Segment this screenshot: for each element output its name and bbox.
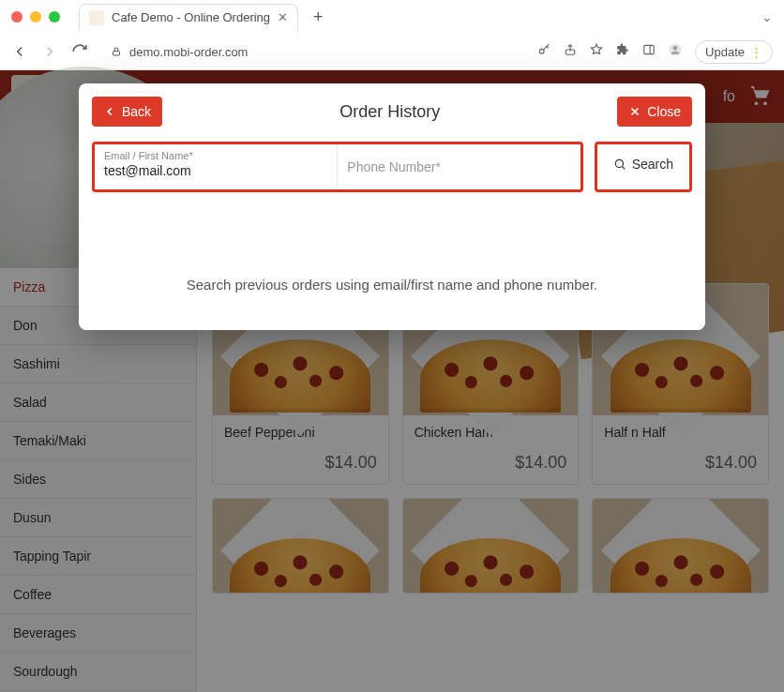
svg-rect-3: [644, 45, 655, 53]
tab-close-icon[interactable]: ✕: [278, 10, 288, 24]
browser-chrome: Cafe Demo - Online Ordering ✕ + ⌄ demo.m…: [0, 0, 784, 70]
forward-nav-icon[interactable]: [41, 43, 58, 60]
search-button[interactable]: Search: [600, 147, 686, 181]
update-button[interactable]: Update ⋮: [695, 40, 773, 64]
menu-dots-icon: ⋮: [750, 45, 762, 59]
window-minimize-dot[interactable]: [30, 11, 41, 23]
svg-point-22: [615, 159, 623, 167]
chevron-left-icon: [103, 105, 116, 118]
share-icon[interactable]: [564, 43, 577, 60]
back-button[interactable]: Back: [92, 97, 162, 127]
tabs-overflow-icon[interactable]: ⌄: [761, 9, 773, 24]
tab-title: Cafe Demo - Online Ordering: [112, 10, 270, 24]
window-zoom-dot[interactable]: [49, 11, 60, 23]
key-icon[interactable]: [537, 43, 550, 60]
new-tab-button[interactable]: +: [313, 8, 324, 27]
search-icon: [613, 158, 626, 171]
email-field-wrap: Email / First Name*: [95, 144, 337, 189]
address-bar[interactable]: demo.mobi-order.com: [101, 42, 524, 62]
search-button-wrap: Search: [595, 142, 692, 192]
modal-title: Order History: [339, 102, 440, 122]
profile-avatar-icon[interactable]: [669, 43, 682, 60]
lock-icon: [111, 46, 122, 57]
phone-field-wrap: [337, 144, 580, 189]
email-label: Email / First Name*: [104, 150, 327, 161]
toolbar-right: Update ⋮: [537, 40, 773, 64]
phone-input[interactable]: [347, 150, 570, 184]
search-row: Email / First Name* Search: [92, 142, 692, 192]
address-row: demo.mobi-order.com Update ⋮: [0, 34, 784, 69]
modal-hint: Search previous orders using email/first…: [92, 277, 692, 293]
panel-icon[interactable]: [642, 43, 656, 60]
window-controls: Cafe Demo - Online Ordering ✕ + ⌄: [0, 0, 784, 34]
back-nav-icon[interactable]: [11, 43, 28, 60]
order-history-modal: Back Order History Close Email / First N…: [79, 83, 705, 330]
update-label: Update: [705, 45, 745, 59]
close-icon: [628, 105, 641, 118]
extensions-icon[interactable]: [616, 43, 629, 60]
reload-icon[interactable]: [71, 43, 88, 60]
window-close-dot[interactable]: [11, 11, 23, 23]
svg-rect-0: [113, 52, 120, 56]
favicon-icon: [89, 10, 104, 25]
svg-point-6: [673, 46, 678, 51]
app-root: Ca fo Pizza Don Sashimi Salad Temaki/Mak…: [0, 70, 784, 692]
close-button[interactable]: Close: [617, 97, 692, 127]
url-text: demo.mobi-order.com: [129, 45, 248, 59]
back-label: Back: [122, 104, 151, 119]
bookmark-star-icon[interactable]: [590, 43, 603, 60]
search-label: Search: [632, 157, 673, 172]
search-fields: Email / First Name*: [92, 142, 583, 192]
browser-tab[interactable]: Cafe Demo - Online Ordering ✕: [79, 4, 298, 31]
close-label: Close: [647, 104, 681, 119]
email-input[interactable]: [104, 161, 327, 178]
